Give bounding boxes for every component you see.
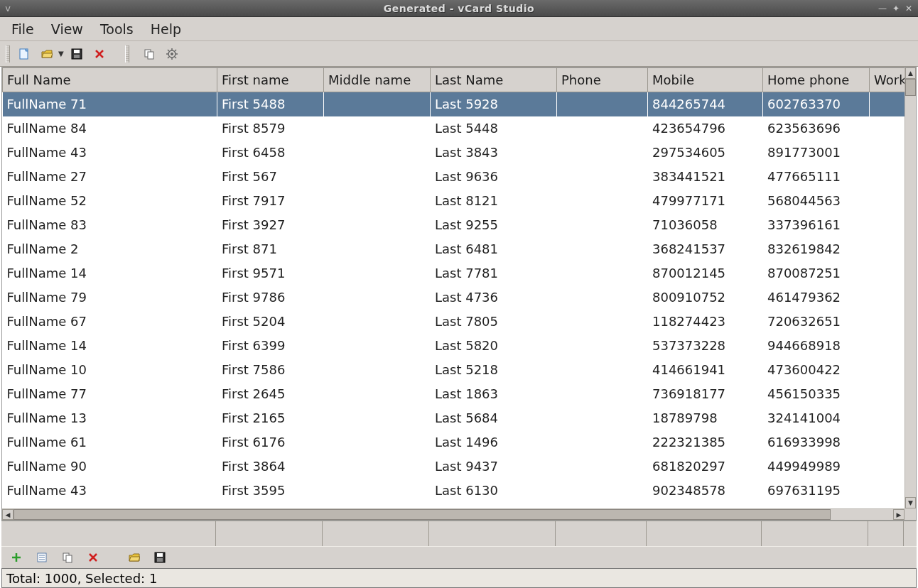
table-row[interactable]: FullName 79First 9786Last 47368009107524… <box>3 285 905 310</box>
open-file-button[interactable] <box>37 45 57 63</box>
table-row[interactable]: FullName 83First 3927Last 92557103605833… <box>3 213 905 237</box>
cell: 832619842 <box>763 237 870 261</box>
cell: Last 7805 <box>431 310 557 334</box>
column-header[interactable]: Middle name <box>324 68 431 92</box>
cell <box>870 261 905 285</box>
contacts-table[interactable]: Full NameFirst nameMiddle nameLast NameP… <box>2 67 904 508</box>
cell: First 7586 <box>217 358 324 382</box>
add-button[interactable] <box>7 550 26 565</box>
table-row[interactable]: FullName 52First 7917Last 81214799771715… <box>3 189 905 213</box>
new-file-button[interactable] <box>14 45 34 63</box>
cell <box>870 479 905 503</box>
scroll-up-icon[interactable]: ▲ <box>905 67 916 79</box>
open-dropdown-icon[interactable]: ▼ <box>58 50 65 58</box>
horizontal-scrollbar[interactable]: ◀ ▶ <box>2 508 904 520</box>
settings-button[interactable] <box>162 45 182 63</box>
table-header-row[interactable]: Full NameFirst nameMiddle nameLast NameP… <box>3 68 905 92</box>
close-icon[interactable]: ✕ <box>905 4 912 13</box>
hscroll-thumb[interactable] <box>14 509 831 520</box>
minimize-icon[interactable]: — <box>878 4 887 13</box>
cell <box>324 454 431 479</box>
detail-cell[interactable] <box>868 521 904 546</box>
detail-cell[interactable] <box>429 521 556 546</box>
detail-cell[interactable] <box>216 521 323 546</box>
status-text: Total: 1000, Selected: 1 <box>6 571 157 586</box>
cell <box>557 382 648 406</box>
cell <box>557 479 648 503</box>
cell <box>870 285 905 310</box>
table-row[interactable]: FullName 84First 8579Last 54484236547966… <box>3 116 905 141</box>
svg-line-13 <box>175 57 176 58</box>
scroll-down-icon[interactable]: ▼ <box>905 497 916 508</box>
cell: Last 6481 <box>431 237 557 261</box>
detail-cell[interactable] <box>647 521 762 546</box>
cell: FullName 83 <box>3 213 217 237</box>
list-button[interactable] <box>33 550 51 565</box>
cell: FullName 10 <box>3 358 217 382</box>
detail-cell[interactable] <box>1 521 216 546</box>
cell <box>870 430 905 454</box>
titlebar[interactable]: v Generated - vCard Studio — ✦ ✕ <box>0 0 918 17</box>
cell: Last 9437 <box>431 454 557 479</box>
cell: FullName 79 <box>3 285 217 310</box>
column-header[interactable]: Full Name <box>3 68 217 92</box>
menu-tools[interactable]: Tools <box>93 18 141 40</box>
vscroll-thumb[interactable] <box>905 79 916 96</box>
save-button[interactable] <box>67 45 87 63</box>
cell <box>557 430 648 454</box>
table-row[interactable]: FullName 77First 2645Last 18637369181774… <box>3 382 905 406</box>
column-header[interactable]: Home phone <box>763 68 870 92</box>
open-contact-button[interactable] <box>125 550 144 565</box>
table-row[interactable]: FullName 2First 871Last 6481368241537832… <box>3 237 905 261</box>
column-header[interactable]: Last Name <box>431 68 557 92</box>
vertical-scrollbar[interactable]: ▲ ▼ <box>904 67 916 508</box>
table-row[interactable]: FullName 10First 7586Last 52184146619414… <box>3 358 905 382</box>
cell: First 567 <box>217 165 324 189</box>
detail-cell[interactable] <box>556 521 647 546</box>
cell: First 871 <box>217 237 324 261</box>
cell: First 5204 <box>217 310 324 334</box>
cell <box>324 189 431 213</box>
menu-view[interactable]: View <box>44 18 90 40</box>
column-header[interactable]: Phone <box>557 68 648 92</box>
table-row[interactable]: FullName 90First 3864Last 94376818202974… <box>3 454 905 479</box>
menu-help[interactable]: Help <box>144 18 188 40</box>
content-area: Full NameFirst nameMiddle nameLast NameP… <box>1 67 917 521</box>
cell: 118274423 <box>648 310 763 334</box>
cell: 568044563 <box>763 189 870 213</box>
table-row[interactable]: FullName 14First 6399Last 58205373732289… <box>3 334 905 358</box>
cell: 414661941 <box>648 358 763 382</box>
detail-cell[interactable] <box>323 521 429 546</box>
column-header[interactable]: First name <box>217 68 324 92</box>
column-header[interactable]: Mobile <box>648 68 763 92</box>
save-contact-button[interactable] <box>151 550 169 565</box>
cell: 383441521 <box>648 165 763 189</box>
table-row[interactable]: FullName 14First 9571Last 77818700121458… <box>3 261 905 285</box>
cell: First 2165 <box>217 406 324 430</box>
table-row[interactable]: FullName 43First 3595Last 61309023485786… <box>3 479 905 503</box>
cell: 18789798 <box>648 406 763 430</box>
detail-cell[interactable] <box>762 521 868 546</box>
toolbar-grip-2[interactable] <box>125 45 129 62</box>
bottom-toolbar <box>1 546 917 568</box>
cell: FullName 77 <box>3 382 217 406</box>
toolbar-grip[interactable] <box>6 45 10 62</box>
scroll-left-icon[interactable]: ◀ <box>2 509 14 520</box>
table-row[interactable]: FullName 71First 5488Last 59288442657446… <box>3 92 905 116</box>
table-row[interactable]: FullName 43First 6458Last 38432975346058… <box>3 141 905 165</box>
table-row[interactable]: FullName 61First 6176Last 14962223213856… <box>3 430 905 454</box>
copy-button[interactable] <box>139 45 159 63</box>
maximize-icon[interactable]: ✦ <box>892 4 900 13</box>
cell <box>557 189 648 213</box>
column-header[interactable]: Work <box>870 68 905 92</box>
copy-contact-button[interactable] <box>58 550 77 565</box>
table-row[interactable]: FullName 13First 2165Last 56841878979832… <box>3 406 905 430</box>
remove-button[interactable] <box>84 550 102 565</box>
cell: Last 5820 <box>431 334 557 358</box>
svg-rect-24 <box>157 558 163 562</box>
menu-file[interactable]: File <box>4 18 41 40</box>
delete-button[interactable] <box>90 45 109 63</box>
table-row[interactable]: FullName 27First 567Last 963638344152147… <box>3 165 905 189</box>
table-row[interactable]: FullName 67First 5204Last 78051182744237… <box>3 310 905 334</box>
scroll-right-icon[interactable]: ▶ <box>893 509 904 520</box>
